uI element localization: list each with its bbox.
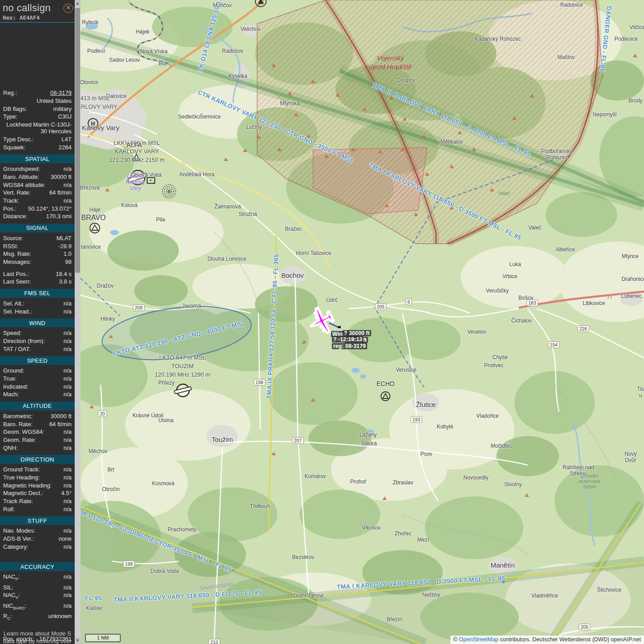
field-label: NACP: [3, 573, 20, 583]
field-value: 2264 [59, 144, 72, 151]
field-value: n/a [64, 474, 72, 481]
field-label: True: [3, 375, 17, 382]
data-row: Type:C30J [0, 113, 75, 121]
data-row: Last Seen:3.8 s [0, 278, 75, 286]
data-row: Geom. WGS84:n/a [0, 428, 75, 436]
close-icon[interactable]: ✕ [64, 4, 73, 13]
attribution-prefix: © [453, 636, 458, 643]
field-value: 3.8 s [59, 278, 72, 285]
panel-header: no callsign Hex: AE4AF4 ✕ [0, 0, 75, 23]
pos-epoch-row: Pos. epoch: 1677932361 [0, 636, 75, 642]
field-label: SIL: [3, 584, 13, 591]
field-value: n/a [64, 338, 72, 344]
map-base-art: ✈ H [0, 0, 644, 644]
field-label: Direction (from): [3, 338, 45, 344]
field-value: 1.0 [64, 250, 72, 257]
map-canvas[interactable]: ✈ H [0, 0, 644, 644]
field-value: 30000 ft [51, 413, 72, 419]
field-label: Sel. Alt.: [3, 300, 25, 307]
data-row: Type Desc.:L4T [0, 136, 75, 144]
section-header-spatial: SPATIAL [0, 154, 75, 163]
field-value: n/a [64, 436, 72, 443]
data-row: WGS84 altitude:n/a [0, 181, 75, 189]
data-row: Mach:n/a [0, 390, 75, 398]
attribution-suffix: contributors. Deutscher Wetterdienst (DW… [500, 636, 641, 643]
field-label: Mach: [3, 391, 19, 398]
field-value: n/a [64, 498, 72, 504]
section-header-altitude: ALTITUDE [0, 402, 75, 411]
field-label: RC: [3, 613, 12, 622]
field-value: unknown [48, 613, 72, 622]
data-row: Nav. Modes:n/a [0, 527, 75, 535]
field-value: 98 [65, 258, 72, 265]
scrollbar-thumb[interactable] [75, 8, 80, 273]
data-row: Ground Track:n/a [0, 466, 75, 474]
field-value: n/a [64, 466, 72, 473]
osm-link[interactable]: OpenStreetMap [459, 636, 498, 643]
field-value: -28.9 [58, 243, 72, 250]
field-label: Messages: [3, 258, 31, 265]
section-header-stuff: STUFF [0, 516, 75, 525]
data-row: SIL:n/a [0, 583, 75, 591]
data-row: Sel. Alt.:n/a [0, 300, 75, 308]
field-label: Type Desc.: [3, 136, 34, 143]
data-row: ADS-B Ver.:none [0, 535, 75, 543]
data-row: Source:MLAT [0, 234, 75, 242]
section-header-direction: DIRECTION [0, 455, 75, 464]
field-label: Source: [3, 235, 23, 242]
field-label: Roll: [3, 506, 15, 513]
field-value: n/a [64, 308, 72, 315]
hex-code: Hex: AE4AF4 [3, 14, 72, 21]
field-value: n/a [64, 592, 72, 601]
data-row: Roll:n/a [0, 505, 75, 513]
field-value: n/a [64, 383, 72, 390]
data-row: Barometric:30000 ft [0, 412, 75, 420]
field-value: n/a [64, 375, 72, 382]
field-label: Magnetic Heading: [3, 482, 51, 489]
field-label: Category: [3, 543, 28, 550]
data-row: True Heading:n/a [0, 474, 75, 482]
field-value: 30000 ft [51, 174, 72, 180]
sidebar-rows: Reg.:08-3179United StatesDB flags:milita… [0, 89, 75, 623]
sidebar-scrollbar[interactable]: ▲ ▼ [75, 0, 80, 644]
field-value: n/a [64, 346, 72, 352]
field-label: NICBARO: [3, 602, 26, 612]
field-value: n/a [64, 182, 72, 188]
data-row: RSSI:-28.9 [0, 242, 75, 250]
field-value: n/a [64, 330, 72, 336]
data-row: Track Rate:n/a [0, 497, 75, 505]
data-row: Ground:n/a [0, 367, 75, 375]
field-label: Distance: [3, 213, 27, 220]
section-header-accuracy: ACCURACY [0, 562, 75, 571]
data-row: DB flags:military [0, 105, 75, 113]
section-header-wind: WIND [0, 318, 75, 327]
scroll-up-icon[interactable]: ▲ [75, 0, 80, 7]
field-label: Squawk: [3, 144, 25, 151]
field-label: Vert. Rate: [3, 189, 30, 196]
section-header-signal: SIGNAL [0, 224, 75, 233]
field-label: Geom. WGS84: [3, 428, 44, 435]
map-attribution: © OpenStreetMap contributors. Deutscher … [450, 636, 644, 644]
field-label: RSSI: [3, 243, 18, 250]
data-row: Distance:170.3 nmi [0, 212, 75, 220]
registration-link[interactable]: 08-3179 [50, 89, 72, 96]
field-label: Speed: [3, 330, 21, 336]
aircraft-label-line1: ? 30000 ft [343, 330, 371, 336]
hex-label: Hex: [3, 14, 16, 21]
field-label: True Heading: [3, 474, 40, 481]
data-row: NACV:n/a [0, 591, 75, 602]
field-value: 4.5° [61, 490, 72, 496]
field-value: 170.3 nmi [46, 213, 72, 220]
data-row: RC:unknown [0, 612, 75, 623]
pos-epoch-value: 1677932361 [39, 636, 72, 642]
field-value: 08-3179 [50, 89, 72, 96]
field-value: n/a [64, 197, 72, 204]
section-header-fms-sel: FMS SEL [0, 289, 75, 298]
field-value: n/a [64, 527, 72, 534]
field-label: WGS84 altitude: [3, 182, 46, 188]
scroll-down-icon[interactable]: ▼ [75, 637, 80, 644]
pos-epoch-label: Pos. epoch: [3, 636, 34, 642]
data-row: Geom. Rate:n/a [0, 436, 75, 444]
field-value: n/a [64, 602, 72, 612]
field-value: military [53, 106, 72, 112]
